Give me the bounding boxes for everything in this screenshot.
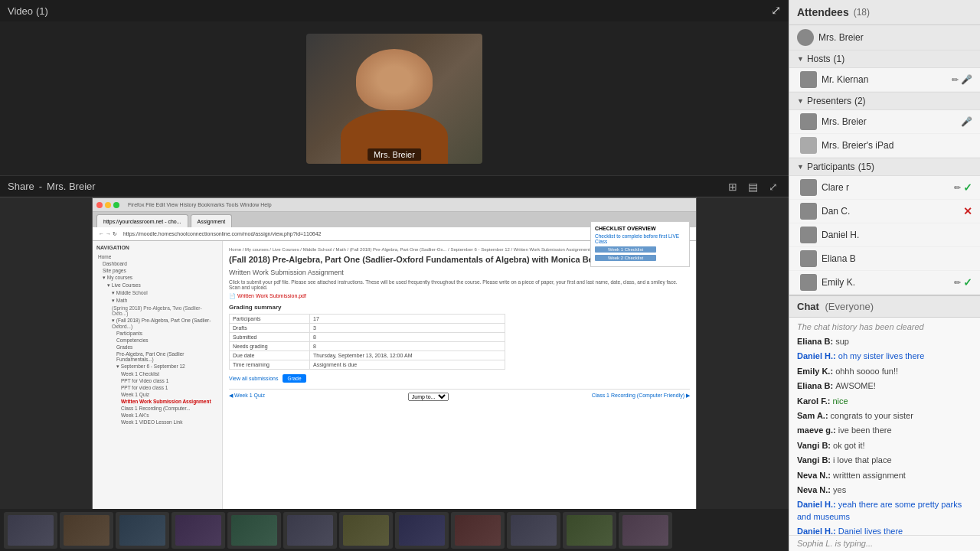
chat-section: Chat (Everyone) The chat history has bee… (789, 295, 980, 551)
mr-kiernan-mic-icon[interactable]: 🎤 (961, 74, 972, 85)
nav-grades[interactable]: Grades (96, 344, 218, 350)
nav-sitepages[interactable]: Site pages (96, 267, 218, 274)
thumb-6[interactable] (283, 512, 337, 549)
nav-sept[interactable]: ▾ September 6 - September 12 (96, 363, 218, 370)
clare-avatar (800, 179, 817, 196)
grading-summary-title: Grading summary (229, 304, 690, 311)
presenters-count: (2) (854, 96, 866, 106)
video-count: (1) (36, 5, 48, 17)
checklist-link[interactable]: Checklist to complete before first LIVE … (595, 241, 685, 244)
attendees-section: Attendees (18) Mrs. Breier ▼ Hosts (1) M… (789, 0, 980, 295)
nav-participants[interactable]: Participants (96, 330, 218, 337)
attendee-ipad: Mrs. Breier's iPad (789, 134, 980, 158)
participants-group-header[interactable]: ▼ Participants (15) (789, 158, 980, 176)
share-expand-icon[interactable]: ⤢ (766, 179, 781, 194)
next-nav[interactable]: Class 1 Recording (Computer Friendly) ▶ (592, 393, 690, 401)
browser-close-dot[interactable] (96, 202, 103, 208)
assignment-description: Click to submit your pdf file. Please se… (229, 279, 690, 290)
attendees-header: Attendees (18) (789, 0, 980, 25)
nav-mycourses[interactable]: ▾ My courses (96, 274, 218, 282)
attendee-eliana-b: Eliana B (789, 247, 980, 271)
section-title: Written Work Submission Assignment (229, 269, 690, 276)
emily-k-check-icon[interactable]: ✓ (963, 276, 972, 289)
thumb-5[interactable] (227, 512, 281, 549)
presenters-group-header[interactable]: ▼ Presenters (2) (789, 92, 980, 110)
thumb-3[interactable] (116, 512, 169, 549)
presenters-triangle-icon: ▼ (797, 97, 804, 105)
chat-audience: (Everyone) (825, 301, 874, 312)
share-grid-icon[interactable]: ⊞ (725, 179, 740, 194)
nav-math[interactable]: ▾ Math (96, 297, 218, 305)
presenter-face (356, 49, 433, 110)
chat-msg-4: Karol F.: nice (797, 396, 972, 407)
chat-header: Chat (Everyone) (789, 295, 980, 318)
file-link[interactable]: 📄 Written Work Submission.pdf (229, 293, 690, 299)
clare-check-icon[interactable]: ✓ (963, 181, 972, 194)
nav-home[interactable]: Home (96, 253, 218, 260)
browser-menu: Firefox File Edit View History Bookmarks… (128, 202, 272, 207)
attendee-dan: Dan C. ✕ (789, 200, 980, 223)
thumb-4[interactable] (172, 512, 225, 549)
mrs-breier-mic-icon[interactable]: 🎤 (961, 116, 972, 127)
nav-competencies[interactable]: Competencies (96, 337, 218, 344)
msg-sender-9: Neva N.: (797, 471, 833, 480)
thumb-12[interactable] (619, 512, 672, 549)
nav-week1quiz[interactable]: Week 1 Quiz (96, 391, 218, 398)
browser-minimize-dot[interactable] (105, 202, 111, 208)
nav-middleschool[interactable]: ▾ Middle School (96, 289, 218, 297)
week1-checklist-btn[interactable]: Week 1 Checklist (595, 246, 656, 253)
jump-to-select[interactable]: Jump to... (408, 393, 449, 401)
emily-k-edit-icon[interactable]: ✏ (954, 278, 961, 288)
prev-nav[interactable]: ◀ Week 1 Quiz (229, 393, 265, 401)
nav-livecourses[interactable]: ▾ Live Courses (96, 282, 218, 289)
nav-ppt2[interactable]: PPT for video class 1 (96, 384, 218, 391)
nav-spring2018[interactable]: (Spring 2018) Pre-Algebra, Two (Sadlier-… (96, 305, 218, 317)
clare-edit-icon[interactable]: ✏ (954, 183, 961, 193)
view-all-link[interactable]: View all submissions (229, 376, 278, 381)
browser-topbar: Firefox File Edit View History Bookmarks… (93, 198, 696, 212)
nav-week1ak[interactable]: Week 1 AK's (96, 412, 218, 419)
chat-messages[interactable]: The chat history has been cleared Eliana… (789, 318, 980, 535)
row-needsgrading-label: Needs grading (230, 342, 310, 351)
msg-text-3: AWSOME! (835, 381, 876, 390)
thumb-11[interactable] (563, 512, 616, 549)
thumb-1[interactable] (4, 512, 57, 549)
week2-checklist-btn[interactable]: Week 2 Checklist (595, 255, 656, 261)
msg-sender-1: Daniel H.: (797, 351, 838, 360)
page-nav-row: ◀ Week 1 Quiz Jump to... Class 1 Recordi… (229, 389, 690, 401)
mr-kiernan-edit-icon[interactable]: ✏ (952, 75, 959, 85)
msg-sender-11: Daniel H.: (797, 500, 838, 509)
browser-tab-2[interactable]: Assignment (191, 214, 233, 227)
msg-text-10: yes (833, 485, 846, 494)
dan-x-icon[interactable]: ✕ (963, 205, 972, 217)
hosts-group-header[interactable]: ▼ Hosts (1) (789, 50, 980, 68)
browser-maximize-dot[interactable] (113, 202, 119, 208)
nav-writtenwork[interactable]: Written Work Submission Assignment (96, 398, 218, 405)
msg-sender-4: Karol F.: (797, 396, 832, 406)
thumb-7[interactable] (339, 512, 393, 549)
grade-button[interactable]: Grade (283, 374, 305, 383)
thumb-10[interactable] (507, 512, 560, 549)
nav-recording[interactable]: Class 1 Recording (Computer... (96, 405, 218, 412)
chat-msg-5: Sam A.: congrats to your sister (797, 410, 972, 422)
nav-prealgebra[interactable]: Pre-Algebra, Part One (Sadlier Fundament… (96, 350, 218, 363)
thumb-9[interactable] (451, 512, 505, 549)
share-layout-icon[interactable]: ▤ (745, 179, 761, 194)
share-section: Share - Mrs. Breier ⊞ ▤ ⤢ Firefox File E… (0, 176, 789, 509)
row-needsgrading-value: 8 (310, 342, 505, 351)
video-toolbar: Video (1) ⤢ (0, 0, 789, 21)
nav-fall2018[interactable]: ▾ (Fall 2018) Pre-Algebra, Part One (Sad… (96, 317, 218, 330)
video-expand-button[interactable]: ⤢ (771, 3, 781, 18)
browser-tab-1[interactable]: https://yourclassroom.net - cho... (96, 214, 188, 227)
nav-videolink[interactable]: Week 1 VIDEO Lesson Link (96, 419, 218, 425)
nav-dashboard[interactable]: Dashboard (96, 260, 218, 267)
share-content: Firefox File Edit View History Bookmarks… (0, 197, 789, 509)
msg-sender-2: Emily K.: (797, 367, 835, 376)
thumb-2[interactable] (60, 512, 113, 549)
browser-body: NAVIGATION Home Dashboard Site pages ▾ M… (93, 241, 696, 509)
nav-ppt1[interactable]: PPT for Video class 1 (96, 377, 218, 384)
nav-week1checklist[interactable]: Week 1 Checklist (96, 370, 218, 377)
eliana-b-avatar (800, 250, 817, 267)
attendee-mrs-breier: Mrs. Breier 🎤 (789, 110, 980, 134)
thumb-8[interactable] (395, 512, 449, 549)
